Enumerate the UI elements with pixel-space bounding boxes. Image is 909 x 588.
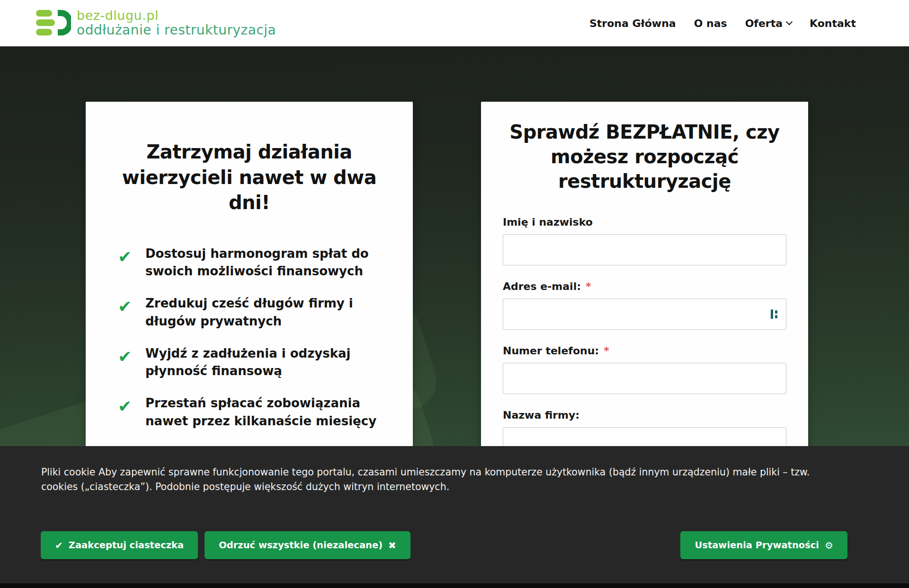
- form-title: Sprawdź BEZPŁATNIE, czy możesz rozpocząć…: [503, 120, 786, 193]
- nav-label: Oferta: [745, 18, 783, 29]
- benefit-text: Wyjdź z zadłużenia i odzyskaj płynność f…: [145, 345, 385, 380]
- benefits-list: ✔ Dostosuj harmonogram spłat do swoich m…: [110, 245, 388, 480]
- nav-item-o-nas[interactable]: O nas: [694, 18, 727, 29]
- benefits-title: Zatrzymaj działania wierzycieli nawet w …: [110, 140, 388, 216]
- nav-item-kontakt[interactable]: Kontakt: [810, 18, 856, 29]
- check-icon: ✔: [118, 298, 135, 333]
- list-item: ✔ Wyjdź z zadłużenia i odzyskaj płynność…: [118, 345, 385, 380]
- phone-input[interactable]: [503, 363, 786, 394]
- cookie-banner: Pliki cookie Aby zapewnić sprawne funkcj…: [0, 446, 909, 583]
- field-name: Imię i nazwisko: [503, 215, 786, 265]
- field-label: Nazwa firmy:: [503, 409, 579, 421]
- page: bez-dlugu.pl oddłużanie i restrukturyzac…: [0, 0, 909, 588]
- benefit-text: Zredukuj cześć długów firmy i długów pry…: [145, 295, 385, 330]
- field-phone: Numer telefonu:*: [503, 344, 786, 394]
- benefit-text: Przestań spłacać zobowiązania nawet prze…: [145, 395, 385, 430]
- brand-logo[interactable]: bez-dlugu.pl oddłużanie i restrukturyzac…: [36, 9, 276, 38]
- list-item: ✔ Dostosuj harmonogram spłat do swoich m…: [118, 245, 385, 281]
- check-icon: ✔: [55, 541, 63, 550]
- check-icon: ✔: [118, 348, 135, 383]
- nav-label: Kontakt: [810, 18, 856, 29]
- x-icon: ✖: [388, 541, 396, 550]
- nav-item-oferta[interactable]: Oferta: [745, 18, 792, 29]
- benefit-text: Dostosuj harmonogram spłat do swoich moż…: [145, 245, 385, 281]
- check-icon: ✔: [118, 397, 135, 433]
- list-item: ✔ Przestań spłacać zobowiązania nawet pr…: [118, 395, 385, 430]
- button-label: Odrzuć wszystkie (niezalecane): [219, 540, 383, 551]
- button-label: Ustawienia Prywatności: [695, 540, 819, 551]
- field-label: Numer telefonu:: [503, 345, 599, 357]
- nav-item-strona-glowna[interactable]: Strona Główna: [589, 18, 676, 29]
- list-item: ✔ Zredukuj cześć długów firmy i długów p…: [118, 295, 385, 330]
- field-label: Imię i nazwisko: [503, 216, 593, 228]
- header: bez-dlugu.pl oddłużanie i restrukturyzac…: [0, 0, 909, 46]
- brand-logo-icon: [36, 9, 71, 37]
- main-nav: Strona Główna O nas Oferta Kontakt: [589, 18, 856, 29]
- required-asterisk: *: [604, 345, 609, 357]
- brand-domain: bez-dlugu.pl: [77, 9, 276, 23]
- email-input[interactable]: [503, 298, 786, 330]
- cookie-text: Pliki cookie Aby zapewnić sprawne funkcj…: [41, 465, 846, 494]
- bottom-edge-strip: [0, 583, 909, 588]
- gear-icon: ⚙: [825, 541, 833, 550]
- button-label: Zaakceptuj ciasteczka: [69, 540, 184, 551]
- password-manager-icon[interactable]: [769, 308, 780, 320]
- accept-cookies-button[interactable]: ✔ Zaakceptuj ciasteczka: [41, 531, 198, 559]
- nav-label: O nas: [694, 18, 727, 29]
- check-icon: ✔: [118, 248, 135, 283]
- required-asterisk: *: [586, 281, 591, 292]
- name-input[interactable]: [503, 234, 786, 265]
- privacy-settings-button[interactable]: Ustawienia Prywatności ⚙: [680, 531, 847, 559]
- lead-form: Imię i nazwisko Adres e-mail:*: [503, 215, 786, 458]
- cookie-buttons: ✔ Zaakceptuj ciasteczka Odrzuć wszystkie…: [41, 531, 410, 559]
- field-label: Adres e-mail:: [503, 281, 581, 292]
- brand-tagline: oddłużanie i restrukturyzacja: [77, 23, 276, 37]
- field-email: Adres e-mail:*: [503, 280, 786, 330]
- chevron-down-icon: [786, 18, 793, 25]
- nav-label: Strona Główna: [589, 18, 676, 29]
- brand-text: bez-dlugu.pl oddłużanie i restrukturyzac…: [77, 9, 276, 38]
- reject-cookies-button[interactable]: Odrzuć wszystkie (niezalecane) ✖: [205, 531, 410, 559]
